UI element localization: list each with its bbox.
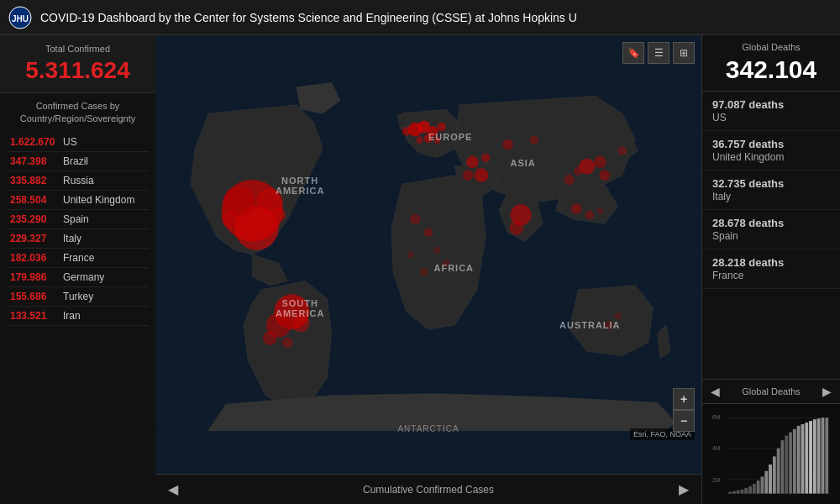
- global-deaths-value: 342.104: [702, 54, 840, 92]
- death-count: 32.735 deaths: [712, 177, 830, 190]
- svg-rect-68: [785, 435, 788, 493]
- svg-text:JHU: JHU: [12, 14, 29, 24]
- death-list-item: 32.735 deathsItaly: [702, 171, 840, 210]
- svg-point-11: [292, 314, 310, 332]
- country-name: Turkey: [63, 291, 93, 302]
- svg-rect-74: [809, 421, 812, 493]
- map-footer-label: Cumulative Confirmed Cases: [182, 484, 675, 496]
- svg-point-39: [433, 247, 440, 254]
- svg-point-44: [596, 207, 603, 213]
- country-list[interactable]: 1.622.670US347.398Brazil335.882Russia258…: [0, 133, 155, 504]
- country-name: Germany: [63, 271, 104, 283]
- total-confirmed-value: 5.311.624: [10, 57, 145, 84]
- map-footer: ◀ Cumulative Confirmed Cases ▶: [155, 474, 701, 504]
- jhu-logo-icon: JHU: [8, 6, 32, 29]
- grid-tool-button[interactable]: ⊞: [673, 42, 695, 64]
- svg-rect-57: [741, 490, 744, 494]
- country-name: Brazil: [63, 155, 88, 167]
- country-list-item[interactable]: 182.036France: [7, 249, 149, 268]
- country-name: France: [63, 252, 94, 264]
- country-list-item[interactable]: 179.986Germany: [7, 268, 149, 287]
- svg-point-19: [437, 123, 445, 131]
- svg-point-43: [585, 211, 594, 219]
- deaths-chart: 6M 4M 2M: [711, 408, 832, 500]
- svg-point-31: [594, 156, 606, 169]
- country-list-item[interactable]: 155.686Turkey: [7, 287, 149, 307]
- svg-point-12: [263, 331, 277, 345]
- svg-point-32: [599, 170, 610, 181]
- list-tool-button[interactable]: ☰: [648, 42, 669, 64]
- country-count: 133.521: [10, 310, 59, 322]
- death-country: Italy: [712, 191, 830, 202]
- svg-point-25: [530, 135, 538, 144]
- svg-rect-65: [773, 456, 776, 493]
- country-list-item[interactable]: 335.882Russia: [7, 171, 149, 191]
- death-list-item: 28.218 deathsFrance: [702, 249, 840, 289]
- svg-text:4M: 4M: [712, 445, 721, 451]
- country-count: 235.290: [10, 213, 59, 225]
- map-toolbar: 🔖 ☰ ⊞: [622, 42, 695, 64]
- total-confirmed-box: Total Confirmed 5.311.624: [0, 35, 155, 93]
- right-sidebar-footer: ◀ Global Deaths ▶: [702, 379, 840, 403]
- death-count: 97.087 deaths: [712, 98, 830, 111]
- death-count: 36.757 deaths: [712, 138, 830, 150]
- country-name: Spain: [63, 213, 89, 225]
- svg-point-8: [271, 207, 286, 222]
- global-deaths-footer-label: Global Deaths: [742, 386, 801, 396]
- country-name: United Kingdom: [63, 194, 134, 206]
- total-confirmed-label: Total Confirmed: [10, 44, 145, 54]
- svg-point-22: [466, 156, 479, 169]
- svg-point-23: [481, 153, 490, 161]
- map-nav-right-button[interactable]: ▶: [675, 481, 693, 497]
- svg-point-35: [574, 166, 582, 175]
- map-area[interactable]: NORTHAMERICA SOUTHAMERICA EUROPE ASIA AF…: [155, 35, 701, 504]
- death-list-item: 97.087 deathsUS: [702, 92, 840, 131]
- zoom-out-button[interactable]: −: [673, 410, 695, 432]
- country-name: Iran: [63, 310, 81, 322]
- bookmark-tool-button[interactable]: 🔖: [622, 42, 644, 64]
- country-name: Italy: [63, 233, 81, 244]
- svg-rect-76: [817, 418, 821, 493]
- global-deaths-header: Global Deaths: [702, 35, 840, 54]
- svg-rect-60: [753, 484, 756, 494]
- country-count: 258.504: [10, 194, 59, 206]
- svg-point-7: [222, 211, 239, 228]
- zoom-in-button[interactable]: +: [673, 388, 695, 410]
- svg-point-26: [475, 168, 489, 182]
- svg-rect-66: [777, 449, 780, 494]
- country-list-item[interactable]: 1.622.670US: [7, 133, 149, 152]
- svg-rect-55: [732, 491, 736, 494]
- deaths-list: 97.087 deathsUS36.757 deathsUnited Kingd…: [702, 92, 840, 379]
- country-count: 182.036: [10, 252, 59, 264]
- svg-rect-71: [797, 426, 801, 494]
- country-list-item[interactable]: 347.398Brazil: [7, 152, 149, 171]
- svg-rect-72: [801, 424, 805, 494]
- svg-rect-56: [737, 491, 740, 494]
- zoom-controls: + −: [673, 388, 695, 432]
- sidebar-nav-left-button[interactable]: ◀: [711, 385, 720, 398]
- header: JHU COVID-19 Dashboard by the Center for…: [0, 0, 840, 35]
- country-count: 155.686: [10, 291, 59, 302]
- svg-point-42: [571, 203, 582, 214]
- death-count: 28.678 deaths: [712, 217, 830, 229]
- country-list-item[interactable]: 133.521Iran: [7, 307, 149, 326]
- country-list-item[interactable]: 229.327Italy: [7, 229, 149, 249]
- country-list-item[interactable]: 258.504United Kingdom: [7, 191, 149, 210]
- svg-rect-63: [764, 471, 768, 494]
- country-list-item[interactable]: 235.290Spain: [7, 210, 149, 229]
- death-country: France: [712, 270, 830, 281]
- svg-text:6M: 6M: [712, 414, 721, 420]
- svg-point-27: [463, 170, 474, 181]
- svg-point-38: [407, 251, 414, 258]
- svg-rect-59: [748, 486, 752, 494]
- svg-point-46: [614, 312, 621, 319]
- svg-rect-62: [761, 476, 764, 493]
- death-country: United Kingdom: [712, 151, 830, 163]
- map-nav-left-button[interactable]: ◀: [164, 481, 182, 497]
- death-list-item: 36.757 deathsUnited Kingdom: [702, 131, 840, 171]
- country-count: 179.986: [10, 271, 59, 283]
- svg-point-36: [410, 214, 421, 225]
- sidebar-nav-right-button[interactable]: ▶: [822, 385, 832, 398]
- death-list-item: 28.678 deathsSpain: [702, 210, 840, 249]
- svg-point-18: [402, 127, 411, 135]
